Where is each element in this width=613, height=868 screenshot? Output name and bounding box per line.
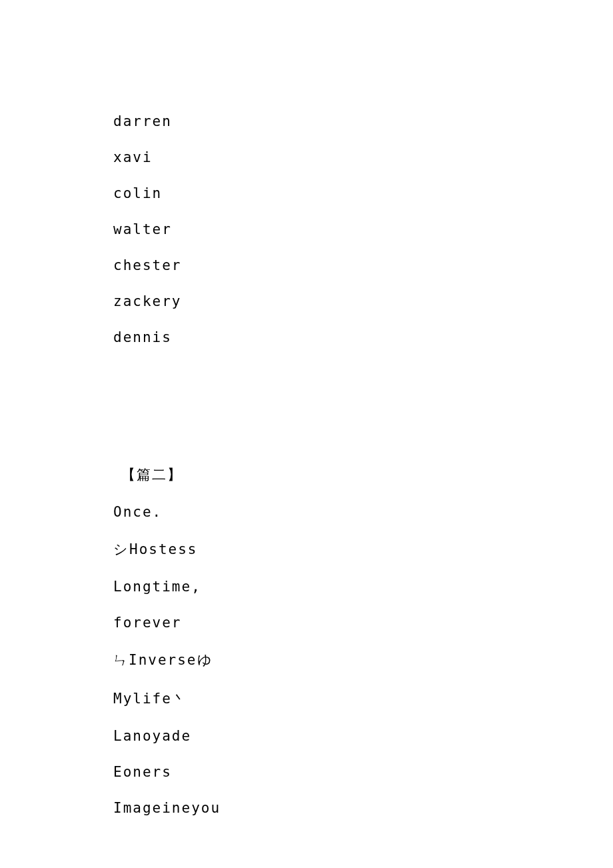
section-2: 【篇二】 Once. シHostess Longtime, forever ㄣI…	[113, 465, 500, 816]
text-line: xavi	[113, 149, 500, 165]
text-line: ㄣInverseゆ	[113, 651, 500, 669]
text-line: walter	[113, 221, 500, 237]
text-line: forever	[113, 615, 500, 631]
text-line: Mylife丶	[113, 689, 500, 708]
text-line: Once.	[113, 504, 500, 520]
document-body: darren xavi colin walter chester zackery…	[113, 113, 500, 836]
text-line: chester	[113, 257, 500, 273]
text-line: Imageineyou	[113, 800, 500, 816]
text-line: zackery	[113, 293, 500, 309]
text-line: darren	[113, 113, 500, 129]
section-1: darren xavi colin walter chester zackery…	[113, 113, 500, 345]
text-line: Eoners	[113, 764, 500, 780]
text-line: colin	[113, 185, 500, 201]
section-heading: 【篇二】	[113, 465, 500, 484]
text-line: シHostess	[113, 540, 500, 559]
text-line: dennis	[113, 329, 500, 345]
text-line: Longtime,	[113, 579, 500, 595]
text-line: Lanoyade	[113, 728, 500, 744]
section-separator	[113, 365, 500, 465]
